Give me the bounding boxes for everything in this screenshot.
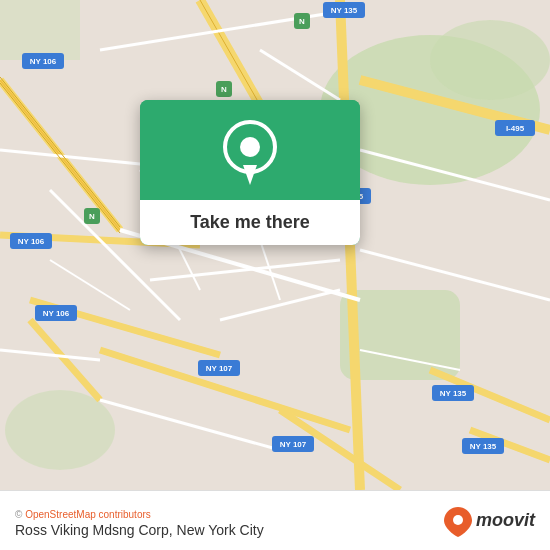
- svg-text:N: N: [89, 212, 95, 221]
- popup-icon-area: [140, 100, 360, 200]
- svg-text:N: N: [221, 85, 227, 94]
- moovit-logo: moovit: [444, 505, 535, 537]
- svg-text:NY 107: NY 107: [280, 440, 307, 449]
- svg-point-2: [430, 20, 550, 100]
- svg-point-64: [240, 137, 260, 157]
- svg-text:NY 135: NY 135: [440, 389, 467, 398]
- location-pin-icon: [223, 120, 278, 188]
- popup-button-area[interactable]: Take me there: [140, 200, 360, 245]
- svg-rect-5: [0, 0, 80, 60]
- map-container: NY 106 NY 135 I-495 N N N NY 106 NY 135 …: [0, 0, 550, 490]
- svg-point-66: [453, 515, 463, 525]
- svg-text:NY 106: NY 106: [43, 309, 70, 318]
- map-svg: NY 106 NY 135 I-495 N N N NY 106 NY 135 …: [0, 0, 550, 490]
- svg-text:I-495: I-495: [506, 124, 525, 133]
- svg-text:NY 106: NY 106: [30, 57, 57, 66]
- popup-card: Take me there: [140, 100, 360, 245]
- bottom-bar: © OpenStreetMap contributors Ross Viking…: [0, 490, 550, 550]
- copyright-symbol: ©: [15, 509, 25, 520]
- moovit-text: moovit: [476, 510, 535, 531]
- svg-text:NY 107: NY 107: [206, 364, 233, 373]
- svg-text:NY 106: NY 106: [18, 237, 45, 246]
- svg-text:N: N: [299, 17, 305, 26]
- svg-point-4: [5, 390, 115, 470]
- openstreetmap-link[interactable]: OpenStreetMap contributors: [25, 509, 151, 520]
- svg-text:NY 135: NY 135: [470, 442, 497, 451]
- svg-marker-65: [243, 165, 257, 185]
- location-name: Ross Viking Mdsng Corp, New York City: [15, 522, 264, 538]
- bottom-info: © OpenStreetMap contributors Ross Viking…: [15, 504, 264, 538]
- take-me-there-button[interactable]: Take me there: [190, 212, 310, 233]
- moovit-pin-icon: [444, 505, 472, 537]
- svg-text:NY 135: NY 135: [331, 6, 358, 15]
- copyright-line: © OpenStreetMap contributors: [15, 504, 264, 522]
